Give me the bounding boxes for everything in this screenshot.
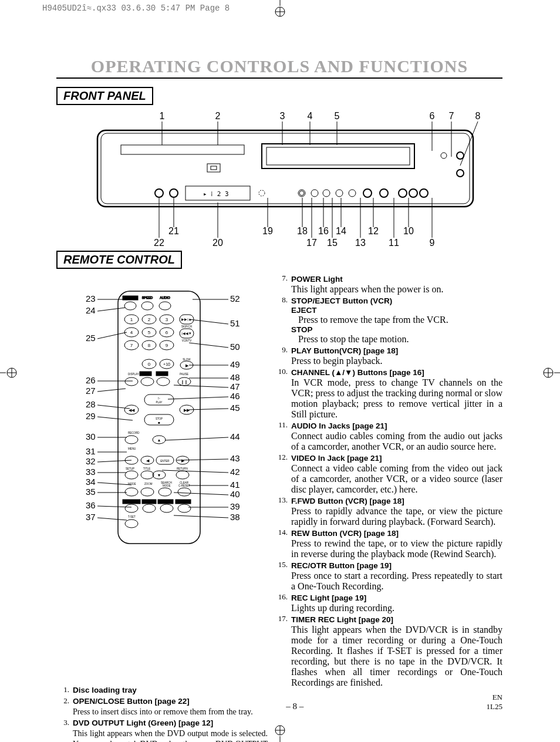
svg-point-245 bbox=[160, 504, 173, 512]
svg-text:8: 8 bbox=[148, 343, 151, 348]
svg-text:41: 41 bbox=[230, 480, 240, 490]
item-text: Press to rewind the tape, or to view the… bbox=[291, 538, 502, 559]
svg-text:9: 9 bbox=[166, 343, 168, 348]
item-text: Press to rapidly advance the tape, or vi… bbox=[291, 506, 502, 527]
item-body: POWER LightThis light appears when the p… bbox=[291, 274, 502, 295]
item-body: REC Light [page 19]Lights up during reco… bbox=[291, 592, 502, 613]
svg-point-231 bbox=[125, 488, 138, 496]
svg-point-41 bbox=[457, 152, 464, 159]
svg-text:50: 50 bbox=[230, 342, 240, 352]
front-panel-heading: FRONT PANEL bbox=[56, 87, 153, 105]
crop-mark-right bbox=[542, 364, 560, 382]
svg-text:1: 1 bbox=[130, 317, 133, 322]
svg-text:SLOW: SLOW bbox=[183, 358, 191, 361]
svg-text:POWER: POWER bbox=[125, 297, 136, 300]
svg-rect-34 bbox=[207, 164, 220, 172]
svg-text:MODE: MODE bbox=[163, 484, 171, 487]
svg-text:AUDIO: AUDIO bbox=[160, 296, 170, 299]
item-number: 10. bbox=[275, 367, 288, 420]
svg-point-233 bbox=[158, 488, 171, 496]
item-title: POWER Light bbox=[291, 275, 343, 284]
svg-line-141 bbox=[174, 493, 228, 495]
item-body: F.FWD Button (VCR) [page 18]Press to rap… bbox=[291, 495, 502, 527]
item-body: PLAY Button(VCR) [page 18]Press to begin… bbox=[291, 345, 502, 366]
list-item: 3.DVD OUTPUT Light (Green) [page 12]This… bbox=[56, 718, 268, 742]
list-item: 15.REC/OTR Button [page 19]Press once to… bbox=[275, 560, 502, 592]
svg-text:47: 47 bbox=[230, 382, 240, 392]
svg-text:C-RESET: C-RESET bbox=[178, 484, 190, 487]
svg-point-49 bbox=[323, 190, 330, 197]
item-subheading: EJECT bbox=[291, 306, 502, 315]
svg-line-91 bbox=[97, 332, 127, 339]
svg-text:▶▶|▲: ▶▶|▲ bbox=[181, 318, 192, 321]
item-text: Lights up during recording. bbox=[291, 603, 394, 613]
svg-text:17: 17 bbox=[306, 238, 317, 248]
item-body: AUDIO In Jacks [page 21]Connect audio ca… bbox=[291, 420, 502, 452]
svg-text:RECORD: RECORD bbox=[128, 431, 140, 434]
footer-lang: EN bbox=[492, 693, 502, 701]
item-text: This light appears when the DVD output m… bbox=[73, 729, 268, 742]
svg-point-248 bbox=[125, 520, 138, 528]
list-item: 13.F.FWD Button (VCR) [page 18]Press to … bbox=[275, 495, 502, 527]
item-subtext: Press to stop the tape motion. bbox=[298, 334, 502, 345]
item-title: TIMER REC Light [page 20] bbox=[291, 615, 393, 624]
svg-point-244 bbox=[143, 504, 156, 512]
svg-text:2: 2 bbox=[148, 317, 151, 322]
svg-rect-35 bbox=[211, 166, 217, 170]
item-subheading: STOP bbox=[291, 325, 502, 334]
svg-point-234 bbox=[178, 488, 191, 496]
svg-text:▼: ▼ bbox=[157, 473, 161, 478]
crop-mark-left bbox=[0, 364, 18, 382]
svg-text:PAUSE: PAUSE bbox=[180, 373, 188, 376]
item-text: Connect a video cable coming from the vi… bbox=[291, 463, 502, 494]
svg-text:46: 46 bbox=[230, 391, 240, 401]
svg-text:18: 18 bbox=[297, 226, 308, 236]
svg-point-53 bbox=[380, 189, 388, 197]
svg-text:ENTER: ENTER bbox=[160, 460, 170, 463]
svg-line-119 bbox=[189, 319, 228, 324]
svg-text:51: 51 bbox=[230, 318, 240, 328]
svg-text:◀◀: ◀◀ bbox=[129, 408, 135, 413]
svg-text:45: 45 bbox=[230, 403, 240, 413]
item-number: 17. bbox=[275, 614, 288, 688]
svg-text:6: 6 bbox=[166, 330, 168, 335]
svg-text:10: 10 bbox=[403, 226, 414, 236]
svg-text:7: 7 bbox=[130, 343, 133, 348]
svg-text:48: 48 bbox=[230, 372, 240, 382]
svg-point-224 bbox=[176, 471, 189, 479]
page-content: OPERATING CONTROLS AND FUNCTIONS FRONT P… bbox=[56, 56, 502, 742]
svg-text:MODE: MODE bbox=[128, 483, 136, 485]
svg-text:40: 40 bbox=[230, 489, 240, 499]
item-number: 7. bbox=[275, 274, 288, 295]
svg-text:21: 21 bbox=[168, 226, 179, 236]
svg-text:6: 6 bbox=[430, 111, 435, 121]
svg-text:SUBTITLE: SUBTITLE bbox=[125, 501, 138, 504]
print-header-ref: H9405UD2î≈.qx33 03.6.30 5:47 PM Page 8 bbox=[42, 4, 230, 13]
svg-text:2: 2 bbox=[215, 111, 221, 121]
svg-text:PLAY: PLAY bbox=[156, 401, 162, 404]
column-right: 7.POWER LightThis light appears when the… bbox=[275, 274, 502, 689]
svg-line-99 bbox=[97, 417, 133, 420]
item-title: REC/OTR Button [page 19] bbox=[291, 561, 392, 570]
item-subtext: Press to remove the tape from the VCR. bbox=[298, 315, 502, 325]
svg-text:32: 32 bbox=[86, 456, 96, 466]
svg-text:19: 19 bbox=[262, 226, 273, 236]
item-number: 11. bbox=[275, 420, 288, 452]
svg-point-206 bbox=[125, 436, 138, 444]
svg-line-115 bbox=[97, 518, 127, 520]
svg-point-190 bbox=[125, 377, 138, 386]
footer-code: 1L25 bbox=[487, 702, 502, 711]
svg-text:◀: ◀ bbox=[146, 458, 150, 463]
svg-point-52 bbox=[363, 189, 372, 197]
item-body: REC/OTR Button [page 19]Press once to st… bbox=[291, 560, 502, 592]
item-title: CHANNEL (▲/▼) Buttons [page 16] bbox=[291, 368, 424, 377]
svg-point-55 bbox=[409, 189, 417, 197]
crop-mark-top bbox=[271, 0, 289, 18]
list-item: 17.TIMER REC Light [page 20]This light a… bbox=[275, 614, 502, 688]
svg-point-246 bbox=[178, 504, 191, 512]
svg-text:8: 8 bbox=[475, 111, 481, 121]
svg-text:33: 33 bbox=[86, 467, 96, 477]
svg-text:▷: ▷ bbox=[158, 397, 160, 400]
item-title: REC Light [page 19] bbox=[291, 593, 366, 602]
item-text: Connect audio cables coming from the aud… bbox=[291, 431, 502, 451]
